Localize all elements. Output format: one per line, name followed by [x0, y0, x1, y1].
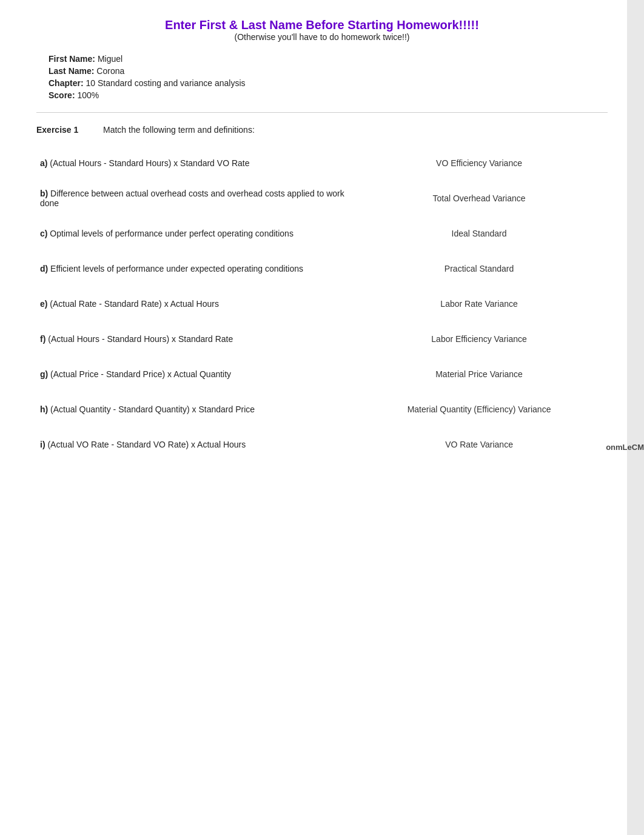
item-letter: f)	[40, 334, 48, 344]
match-cell: VO Rate Variance	[351, 427, 608, 462]
match-cell: VO Efficiency Variance	[351, 146, 608, 181]
table-row: g) (Actual Price - Standard Price) x Act…	[36, 357, 608, 392]
info-section: First Name: Miguel Last Name: Corona Cha…	[36, 54, 608, 100]
first-name-row: First Name: Miguel	[49, 54, 608, 64]
table-row: a) (Actual Hours - Standard Hours) x Sta…	[36, 146, 608, 181]
chapter-label: Chapter:	[49, 78, 84, 88]
first-name-label: First Name:	[49, 54, 95, 64]
chapter-value: 10 Standard costing and variance analysi…	[86, 78, 245, 88]
item-definition: Difference between actual overhead costs…	[40, 189, 344, 208]
definition-cell: i) (Actual VO Rate - Standard VO Rate) x…	[36, 427, 351, 462]
exercise-header: Exercise 1 Match the following term and …	[36, 125, 608, 135]
item-definition: (Actual Rate - Standard Rate) x Actual H…	[50, 299, 219, 309]
definition-cell: a) (Actual Hours - Standard Hours) x Sta…	[36, 146, 351, 181]
item-definition: (Actual Hours - Standard Hours) x Standa…	[50, 158, 249, 168]
definition-cell: e) (Actual Rate - Standard Rate) x Actua…	[36, 286, 351, 321]
table-row: i) (Actual VO Rate - Standard VO Rate) x…	[36, 427, 608, 462]
exercise-label: Exercise 1	[36, 125, 91, 135]
definition-cell: b) Difference between actual overhead co…	[36, 181, 351, 216]
item-letter: a)	[40, 158, 50, 168]
divider	[36, 112, 608, 113]
sidebar-letter-m2: m	[615, 441, 623, 453]
item-definition: Efficient levels of performance under ex…	[50, 264, 303, 273]
table-row: h) (Actual Quantity - Standard Quantity)…	[36, 392, 608, 427]
sidebar-letter-o: o	[606, 441, 611, 453]
last-name-row: Last Name: Corona	[49, 66, 608, 76]
item-letter: b)	[40, 189, 50, 198]
item-letter: d)	[40, 264, 50, 273]
last-name-label: Last Name:	[49, 66, 94, 76]
sidebar-letter-n: n	[611, 441, 615, 453]
match-cell: Practical Standard	[351, 251, 608, 286]
item-definition: (Actual Price - Standard Price) x Actual…	[50, 369, 231, 379]
table-row: b) Difference between actual overhead co…	[36, 181, 608, 216]
chapter-row: Chapter: 10 Standard costing and varianc…	[49, 78, 608, 88]
item-letter: g)	[40, 369, 50, 379]
table-row: e) (Actual Rate - Standard Rate) x Actua…	[36, 286, 608, 321]
match-cell: Material Price Variance	[351, 357, 608, 392]
item-definition: (Actual Quantity - Standard Quantity) x …	[50, 404, 255, 414]
item-letter: c)	[40, 229, 50, 238]
table-row: c) Optimal levels of performance under p…	[36, 216, 608, 251]
definition-cell: h) (Actual Quantity - Standard Quantity)…	[36, 392, 351, 427]
table-row: f) (Actual Hours - Standard Hours) x Sta…	[36, 321, 608, 357]
sidebar-letter-m: M	[637, 441, 644, 453]
exercise-instruction: Match the following term and definitions…	[103, 125, 255, 135]
item-letter: i)	[40, 440, 47, 449]
definition-cell: c) Optimal levels of performance under p…	[36, 216, 351, 251]
score-value: 100%	[77, 90, 99, 100]
definition-cell: f) (Actual Hours - Standard Hours) x Sta…	[36, 321, 351, 357]
match-cell: Labor Efficiency Variance	[351, 321, 608, 357]
definition-cell: d) Efficient levels of performance under…	[36, 251, 351, 286]
page-header: Enter First & Last Name Before Starting …	[36, 18, 608, 42]
item-definition: (Actual VO Rate - Standard VO Rate) x Ac…	[47, 440, 246, 449]
match-cell: Total Overhead Variance	[351, 181, 608, 216]
sidebar-letter-le: Le	[623, 441, 632, 453]
matching-table: a) (Actual Hours - Standard Hours) x Sta…	[36, 146, 608, 462]
exercise-section: Exercise 1 Match the following term and …	[36, 125, 608, 462]
match-cell: Ideal Standard	[351, 216, 608, 251]
item-definition: Optimal levels of performance under perf…	[50, 229, 293, 238]
score-label: Score:	[49, 90, 75, 100]
sidebar: M C Le m n o	[627, 0, 644, 835]
definition-cell: g) (Actual Price - Standard Price) x Act…	[36, 357, 351, 392]
sidebar-letter-c: C	[632, 441, 637, 453]
first-name-value: Miguel	[98, 54, 122, 64]
match-cell: Material Quantity (Efficiency) Variance	[351, 392, 608, 427]
table-row: d) Efficient levels of performance under…	[36, 251, 608, 286]
match-cell: Labor Rate Variance	[351, 286, 608, 321]
score-row: Score: 100%	[49, 90, 608, 100]
item-letter: e)	[40, 299, 50, 309]
item-definition: (Actual Hours - Standard Hours) x Standa…	[48, 334, 233, 344]
item-letter: h)	[40, 404, 50, 414]
header-title: Enter First & Last Name Before Starting …	[36, 18, 608, 32]
last-name-value: Corona	[96, 66, 124, 76]
header-subtitle: (Otherwise you'll have to do homework tw…	[36, 32, 608, 42]
